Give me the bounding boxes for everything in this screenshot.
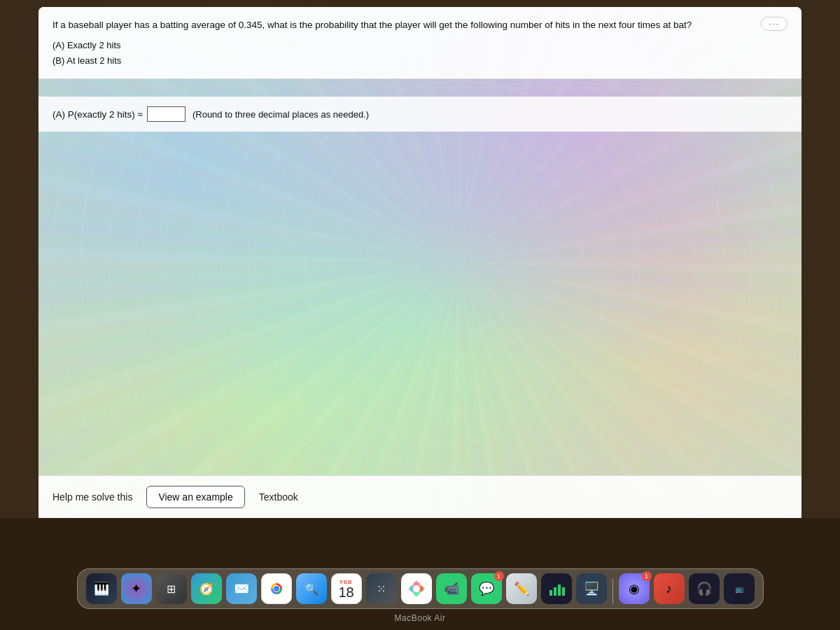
dock-item-finder[interactable]: 🔍 xyxy=(296,573,327,604)
dock-separator xyxy=(612,579,613,604)
macos-taskbar: 🎹 ✦ ⊞ 🧭 ✉️ 🔍 FEB 18 ⁙ xyxy=(0,518,840,630)
answer-input[interactable] xyxy=(147,106,186,122)
bottom-bar: Help me solve this View an example Textb… xyxy=(38,475,802,518)
dock-item-monitor[interactable]: 🖥️ xyxy=(576,573,607,604)
dock-item-safari[interactable]: 🧭 xyxy=(191,573,222,604)
dock-item-mail[interactable]: ✉️ xyxy=(226,573,257,604)
dock-item-chrome[interactable] xyxy=(261,573,292,604)
dock-item-launchpad2[interactable]: ⊞ xyxy=(156,573,187,604)
dock-item-facetime[interactable]: 📹 xyxy=(436,573,467,604)
question-text: If a baseball player has a batting avera… xyxy=(52,18,788,32)
dock-item-appletv[interactable]: 📺 xyxy=(724,573,755,604)
answer-hint: (Round to three decimal places as needed… xyxy=(192,109,369,120)
svg-rect-10 xyxy=(558,584,561,596)
screen-content: If a baseball player has a batting avera… xyxy=(38,7,802,518)
option-a: (A) Exactly 2 hits xyxy=(52,38,788,53)
dock-item-photos[interactable] xyxy=(401,573,432,604)
question-options: (A) Exactly 2 hits (B) At least 2 hits xyxy=(52,38,788,69)
svg-point-2 xyxy=(274,586,279,592)
dock-item-siri[interactable]: ✦ xyxy=(121,573,152,604)
svg-rect-8 xyxy=(550,590,552,596)
swirl-overlay2 xyxy=(38,7,802,518)
answer-label: (A) P(exactly 2 hits) ≈ xyxy=(52,109,143,120)
messages-badge: 1 xyxy=(494,571,504,581)
siri-badge: 1 xyxy=(642,571,652,581)
dock-item-notes[interactable]: ✏️ xyxy=(506,573,537,604)
separator xyxy=(38,88,802,88)
svg-rect-11 xyxy=(562,587,565,596)
dock-item-stocks[interactable] xyxy=(541,573,572,604)
help-solve-link[interactable]: Help me solve this xyxy=(52,491,132,503)
dock-item-headphones[interactable]: 🎧 xyxy=(689,573,720,604)
svg-rect-9 xyxy=(554,587,556,596)
answer-area: (A) P(exactly 2 hits) ≈ (Round to three … xyxy=(38,97,802,132)
dock-item-grid[interactable]: ⁙ xyxy=(366,573,397,604)
dock-item-calendar[interactable]: FEB 18 xyxy=(331,573,362,604)
option-b: (B) At least 2 hits xyxy=(52,53,788,69)
macbook-label: MacBook Air xyxy=(395,613,446,623)
laptop-screen: If a baseball player has a batting avera… xyxy=(38,7,802,518)
textbook-link[interactable]: Textbook xyxy=(259,491,298,503)
more-options-button[interactable]: ··· xyxy=(761,17,788,31)
svg-point-7 xyxy=(413,585,420,592)
dock-item-music[interactable]: ♪ xyxy=(654,573,685,604)
calendar-day: 18 xyxy=(338,585,354,599)
dock-item-launchpad[interactable]: 🎹 xyxy=(86,573,117,604)
dock-item-messages[interactable]: 💬 1 xyxy=(471,573,502,604)
dock-item-siri2[interactable]: ◉ 1 xyxy=(619,573,650,604)
question-panel: If a baseball player has a batting avera… xyxy=(38,7,802,79)
appletv-label: 📺 xyxy=(735,585,743,593)
dock: 🎹 ✦ ⊞ 🧭 ✉️ 🔍 FEB 18 ⁙ xyxy=(77,568,764,609)
view-example-button[interactable]: View an example xyxy=(146,486,244,508)
